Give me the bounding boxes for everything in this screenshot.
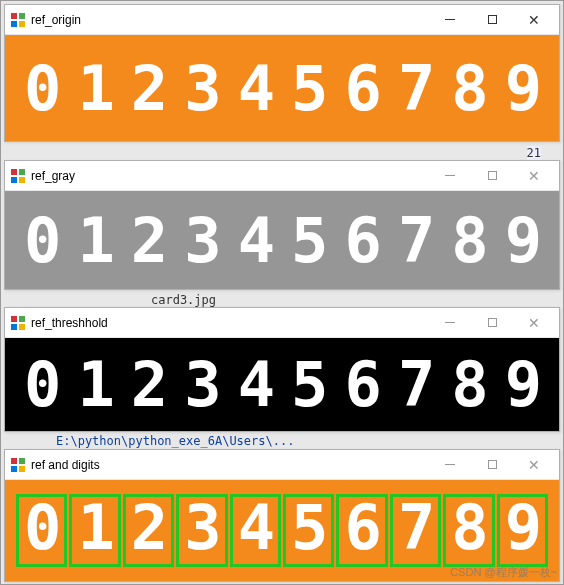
bg-path: E:\python\python_exe_6A\Users\... bbox=[56, 434, 294, 448]
app-icon bbox=[11, 13, 25, 27]
digit-boxed: 5 bbox=[283, 494, 334, 567]
digit: 1 bbox=[68, 52, 121, 125]
watermark: CSDN @程序媛一枚~ bbox=[450, 565, 557, 580]
digit: 9 bbox=[496, 348, 549, 421]
digit: 5 bbox=[282, 52, 335, 125]
bg-num: 21 bbox=[527, 146, 541, 160]
digit: 8 bbox=[442, 52, 495, 125]
app-icon bbox=[11, 169, 25, 183]
digit: 3 bbox=[175, 204, 228, 277]
digit: 6 bbox=[335, 348, 388, 421]
app-icon bbox=[11, 458, 25, 472]
digit: 6 bbox=[335, 204, 388, 277]
minimize-button[interactable] bbox=[429, 452, 471, 478]
window-ref-threshhold: ref_threshhold ✕ 0 1 2 3 4 5 6 7 8 9 bbox=[4, 307, 560, 432]
image-content: 0 1 2 3 4 5 6 7 8 9 bbox=[5, 35, 559, 141]
window-controls: ✕ bbox=[429, 310, 555, 336]
close-button[interactable]: ✕ bbox=[513, 163, 555, 189]
digit: 0 bbox=[15, 204, 68, 277]
digit-boxed: 2 bbox=[123, 494, 174, 567]
window-title: ref_origin bbox=[31, 13, 81, 27]
digit: 7 bbox=[389, 204, 442, 277]
maximize-button[interactable] bbox=[471, 7, 513, 33]
minimize-button[interactable] bbox=[429, 310, 471, 336]
digit: 9 bbox=[496, 204, 549, 277]
digit-row: 0 1 2 3 4 5 6 7 8 9 bbox=[5, 191, 559, 289]
maximize-button[interactable] bbox=[471, 163, 513, 189]
digit: 2 bbox=[122, 204, 175, 277]
bg-filename: card3.jpg bbox=[151, 293, 216, 307]
digit: 0 bbox=[15, 52, 68, 125]
digit-boxed: 8 bbox=[443, 494, 494, 567]
digit: 5 bbox=[282, 348, 335, 421]
digit: 2 bbox=[122, 52, 175, 125]
digit: 4 bbox=[229, 204, 282, 277]
window-title: ref_gray bbox=[31, 169, 75, 183]
digit: 1 bbox=[68, 204, 121, 277]
minimize-button[interactable] bbox=[429, 163, 471, 189]
maximize-button[interactable] bbox=[471, 310, 513, 336]
digit-boxed: 3 bbox=[176, 494, 227, 567]
digit: 9 bbox=[496, 52, 549, 125]
digit: 8 bbox=[442, 204, 495, 277]
digit: 4 bbox=[229, 52, 282, 125]
digit-row: 0 1 2 3 4 5 6 7 8 9 bbox=[5, 338, 559, 431]
digit: 0 bbox=[15, 348, 68, 421]
window-controls: ✕ bbox=[429, 163, 555, 189]
digit-boxed: 7 bbox=[390, 494, 441, 567]
window-ref-and-digits: ref and digits ✕ 0 1 2 3 4 5 6 7 8 9 bbox=[4, 449, 560, 582]
titlebar[interactable]: ref and digits ✕ bbox=[5, 450, 559, 480]
digit-boxed: 9 bbox=[497, 494, 548, 567]
image-content: 0 1 2 3 4 5 6 7 8 9 bbox=[5, 191, 559, 289]
titlebar[interactable]: ref_origin ✕ bbox=[5, 5, 559, 35]
digit: 3 bbox=[175, 348, 228, 421]
digit: 6 bbox=[335, 52, 388, 125]
close-button[interactable]: ✕ bbox=[513, 7, 555, 33]
window-ref-gray: ref_gray ✕ 0 1 2 3 4 5 6 7 8 9 bbox=[4, 160, 560, 290]
digit: 7 bbox=[389, 348, 442, 421]
window-controls: ✕ bbox=[429, 7, 555, 33]
image-content: 0 1 2 3 4 5 6 7 8 9 bbox=[5, 338, 559, 431]
digit: 8 bbox=[442, 348, 495, 421]
close-button[interactable]: ✕ bbox=[513, 310, 555, 336]
maximize-button[interactable] bbox=[471, 452, 513, 478]
window-title: ref_threshhold bbox=[31, 316, 108, 330]
titlebar[interactable]: ref_threshhold ✕ bbox=[5, 308, 559, 338]
digit: 4 bbox=[229, 348, 282, 421]
digit-row: 0 1 2 3 4 5 6 7 8 9 bbox=[5, 35, 559, 141]
close-button[interactable]: ✕ bbox=[513, 452, 555, 478]
digit: 1 bbox=[68, 348, 121, 421]
digit-boxed: 0 bbox=[16, 494, 67, 567]
digit-boxed: 1 bbox=[69, 494, 120, 567]
minimize-button[interactable] bbox=[429, 7, 471, 33]
window-controls: ✕ bbox=[429, 452, 555, 478]
window-title: ref and digits bbox=[31, 458, 100, 472]
titlebar[interactable]: ref_gray ✕ bbox=[5, 161, 559, 191]
digit: 5 bbox=[282, 204, 335, 277]
digit: 2 bbox=[122, 348, 175, 421]
digit-boxed: 4 bbox=[230, 494, 281, 567]
window-ref-origin: ref_origin ✕ 0 1 2 3 4 5 6 7 8 9 bbox=[4, 4, 560, 142]
digit: 3 bbox=[175, 52, 228, 125]
digit: 7 bbox=[389, 52, 442, 125]
digit-boxed: 6 bbox=[336, 494, 387, 567]
app-icon bbox=[11, 316, 25, 330]
